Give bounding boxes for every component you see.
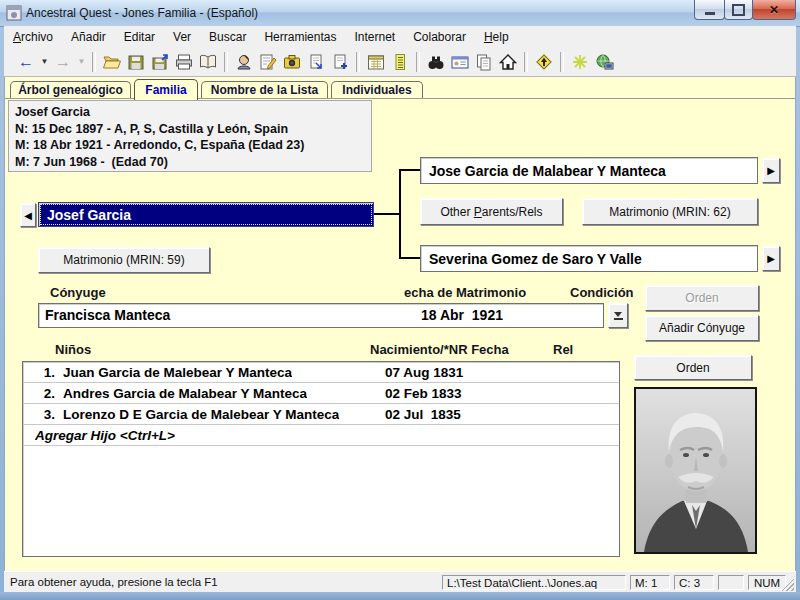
dropdown-bar-icon — [614, 318, 623, 320]
back-icon[interactable]: ← — [14, 50, 38, 74]
children-rel-header: Rel — [553, 342, 573, 357]
summary-birth: N: 15 Dec 1897 - A, P, S, Castilla y Leó… — [15, 122, 288, 136]
father-navigate-button[interactable]: ▶ — [762, 158, 780, 183]
resize-grip-icon[interactable] — [781, 578, 794, 591]
person-photo[interactable] — [634, 387, 757, 554]
left-arrow-icon: ◀ — [24, 210, 32, 221]
application-window: Ancestral Quest - Jones Familia - (Españ… — [0, 0, 800, 600]
save-icon[interactable] — [124, 50, 148, 74]
menu-internet[interactable]: Internet — [345, 28, 404, 46]
tab-divider — [5, 98, 795, 99]
book-icon[interactable] — [196, 50, 220, 74]
mother-navigate-button[interactable]: ▶ — [762, 246, 780, 271]
child-row[interactable]: 1. Juan Garcia de Malebear Y Manteca 07 … — [23, 362, 619, 383]
menu-ver[interactable]: Ver — [164, 28, 200, 46]
tree-connector — [401, 257, 420, 259]
toolbar-separator — [416, 52, 420, 72]
spouse-dropdown-button[interactable] — [608, 303, 628, 328]
navigate-icon[interactable] — [532, 50, 556, 74]
summary-death: M: 7 Jun 1968 - (Edad 70) — [15, 155, 168, 169]
maximize-button[interactable] — [724, 0, 753, 20]
mother-box[interactable]: Severina Gomez de Saro Y Valle — [420, 245, 758, 272]
sources-icon[interactable] — [304, 50, 328, 74]
summary-marriage: M: 18 Abr 1921 - Arredondo, C, España (E… — [15, 138, 304, 152]
spouse-field[interactable]: Francisca Manteca 18 Abr 1921 — [38, 303, 604, 328]
status-marriage-count: M: 1 — [630, 575, 670, 590]
search-binoculars-icon[interactable] — [424, 50, 448, 74]
status-bar: Para obtener ayuda, presione la tecla F1… — [4, 571, 796, 593]
child-birth-date: 07 Aug 1831 — [385, 365, 463, 380]
app-icon — [6, 5, 22, 21]
marriage-date-value: 18 Abr 1921 — [421, 307, 503, 323]
name-card-icon[interactable] — [448, 50, 472, 74]
child-row[interactable]: 3. Lorenzo D E Garcia de Malebear Y Mant… — [23, 404, 619, 425]
children-header: Niños — [55, 342, 91, 357]
new-features-icon[interactable] — [568, 50, 592, 74]
scrapbook-camera-icon[interactable] — [280, 50, 304, 74]
add-spouse-button[interactable]: Añadir Cónyuge — [645, 315, 759, 341]
tree-connector — [401, 169, 420, 171]
marriage-date-label: echa de Matrimonio — [404, 285, 526, 300]
toolbar-separator — [224, 52, 228, 72]
open-file-icon[interactable] — [100, 50, 124, 74]
lists-icon[interactable] — [388, 50, 412, 74]
tab-arbol-genealogico[interactable]: Árbol genealógico — [10, 81, 131, 98]
window-title: Ancestral Quest - Jones Familia - (Españ… — [26, 6, 258, 20]
spouse-order-button[interactable]: Orden — [645, 285, 759, 311]
child-row[interactable]: 2. Andres Garcia de Malabear Y Manteca 0… — [23, 383, 619, 404]
add-record-icon[interactable] — [328, 50, 352, 74]
children-order-button[interactable]: Orden — [634, 355, 752, 380]
menu-colaborar[interactable]: Colaborar — [404, 28, 475, 46]
menu-editar[interactable]: Editar — [115, 28, 164, 46]
selected-person-box[interactable]: Josef Garcia — [38, 202, 374, 227]
forward-icon[interactable]: → — [51, 50, 75, 74]
menu-buscar[interactable]: Buscar — [200, 28, 255, 46]
save-as-icon[interactable] — [148, 50, 172, 74]
status-file-path: L:\Test Data\Client..\Jones.aq — [442, 575, 626, 590]
menu-help[interactable]: Help — [475, 28, 518, 46]
father-box[interactable]: Jose Garcia de Malabear Y Manteca — [420, 157, 758, 184]
child-name: Andres Garcia de Malabear Y Manteca — [63, 386, 307, 401]
right-arrow-icon: ▶ — [767, 253, 775, 264]
toolbar-separator — [524, 52, 528, 72]
child-birth-date: 02 Jul 1835 — [385, 407, 461, 422]
father-marriage-button[interactable]: Matrimonio (MRIN: 62) — [582, 198, 758, 225]
condition-label: Condición — [570, 285, 634, 300]
spouse-name: Francisca Manteca — [45, 307, 170, 323]
menu-archivo[interactable]: Archivo — [4, 28, 62, 46]
forward-dropdown-icon[interactable]: ▼ — [75, 50, 88, 74]
close-icon: ✕ — [769, 3, 779, 17]
maximize-icon — [732, 4, 745, 16]
children-list: 1. Juan Garcia de Malebear Y Manteca 07 … — [22, 361, 620, 557]
tab-familia[interactable]: Familia — [134, 79, 198, 100]
title-bar[interactable]: Ancestral Quest - Jones Familia - (Españ… — [0, 0, 800, 27]
window-frame-bottom — [0, 592, 800, 600]
other-parents-button[interactable]: Other Parents/Rels — [420, 198, 563, 225]
add-child-row[interactable]: Agregar Hijo <Ctrl+L> — [23, 425, 619, 446]
toolbar-separator — [560, 52, 564, 72]
tab-nombre-de-la-lista[interactable]: Nombre de la Lista — [201, 81, 328, 98]
toolbar-separator — [356, 52, 360, 72]
calendar-icon[interactable] — [364, 50, 388, 74]
person-summary-box: Josef GarciaN: 15 Dec 1897 - A, P, S, Ca… — [8, 100, 372, 172]
print-icon[interactable] — [172, 50, 196, 74]
individual-icon[interactable] — [232, 50, 256, 74]
menu-herramientas[interactable]: Herramientas — [255, 28, 345, 46]
tree-connector — [399, 169, 401, 259]
minimize-button[interactable] — [694, 0, 725, 20]
child-name: Juan Garcia de Malebear Y Manteca — [63, 365, 292, 380]
children-date-header: Nacimiento/*NR Fecha — [370, 342, 509, 357]
tab-individuales[interactable]: Individuales — [331, 81, 423, 98]
close-button[interactable]: ✕ — [752, 0, 796, 20]
home-icon[interactable] — [496, 50, 520, 74]
internet-icon[interactable] — [592, 50, 616, 74]
reports-icon[interactable] — [472, 50, 496, 74]
person-marriage-button[interactable]: Matrimonio (MRIN: 59) — [38, 247, 210, 273]
menu-anadir[interactable]: Añadir — [62, 28, 115, 46]
back-dropdown-icon[interactable]: ▼ — [38, 50, 51, 74]
person-navigate-left-button[interactable]: ◀ — [20, 203, 36, 227]
minimize-icon — [705, 12, 715, 15]
dropdown-arrow-icon — [614, 312, 622, 317]
edit-notes-icon[interactable] — [256, 50, 280, 74]
child-birth-date: 02 Feb 1833 — [385, 386, 462, 401]
